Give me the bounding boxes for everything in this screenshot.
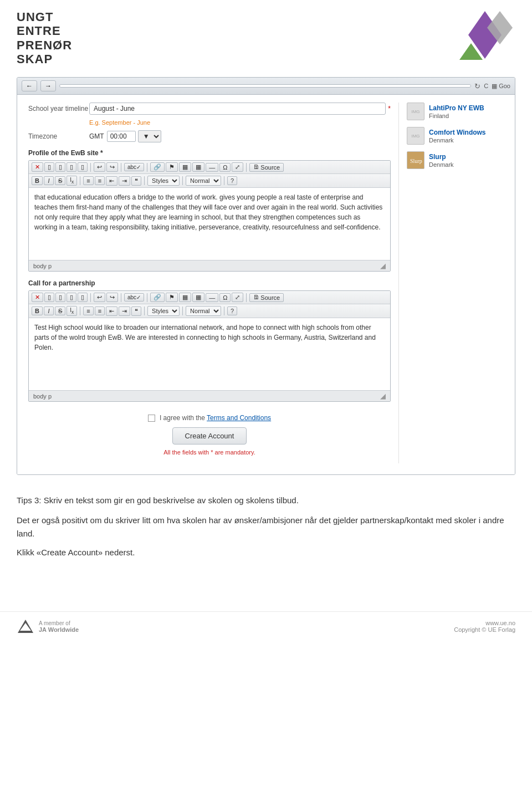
format-select-1[interactable]: Normal xyxy=(186,176,221,186)
partner-info-2: Comfort Windows Denmark xyxy=(429,127,486,144)
footer-copyright: Copyright © UE Forlag xyxy=(454,626,515,633)
strike-button-2[interactable]: S xyxy=(55,306,65,315)
terms-row: I agree with the Terms and Conditions xyxy=(148,414,271,422)
browser-icon-c: C xyxy=(484,83,488,89)
copy-button[interactable]: ▯ xyxy=(44,162,54,172)
strike-button-1[interactable]: S xyxy=(55,176,65,185)
call-content[interactable]: Test High school would like to broaden o… xyxy=(29,318,390,390)
italic-button-1[interactable]: I xyxy=(44,176,54,185)
indent-left-2[interactable]: ⇤ xyxy=(106,306,117,316)
line-button-2[interactable]: — xyxy=(206,293,218,302)
line-button[interactable]: — xyxy=(206,163,218,172)
indent-left-1[interactable]: ⇤ xyxy=(106,176,117,186)
resize-handle-1[interactable]: ◢ xyxy=(380,262,386,270)
timezone-row: Timezone GMT ▼ xyxy=(28,130,391,142)
brand-diamond-svg xyxy=(454,10,515,60)
paste-button-2[interactable]: ▯ xyxy=(55,293,65,302)
svg-text:Slurp: Slurp xyxy=(410,158,422,164)
partner-info-1: LahtiPro NY EWB Finland xyxy=(429,103,484,119)
source-button-2[interactable]: 🖺 Source xyxy=(249,293,284,302)
maximize-button-2[interactable]: ⤢ xyxy=(232,293,243,302)
link-button-2[interactable]: 🔗 xyxy=(150,293,165,302)
terms-checkbox[interactable] xyxy=(148,415,155,422)
anchor-button[interactable]: ⚑ xyxy=(166,162,178,172)
spellcheck-button-2[interactable]: abc✓ xyxy=(124,293,144,302)
spellcheck-button[interactable]: abc✓ xyxy=(124,163,144,171)
anchor-button-2[interactable]: ⚑ xyxy=(166,293,178,302)
link-button[interactable]: 🔗 xyxy=(150,162,165,172)
tips-line-2: Det er også positivt om du skriver litt … xyxy=(17,514,515,540)
ol-button-2[interactable]: ≡ xyxy=(83,306,93,315)
footer-left: A member of JA Worldwide xyxy=(17,619,79,634)
footer-ja-text: JA Worldwide xyxy=(39,626,79,633)
paste-text-button-2[interactable]: ▯ xyxy=(66,293,76,302)
mandatory-note: All the fields with * are mandatory. xyxy=(163,449,255,456)
styles-select-1[interactable]: Styles xyxy=(147,176,180,186)
partner-name-3[interactable]: Slurp xyxy=(429,153,446,161)
redo-button[interactable]: ↪ xyxy=(106,162,118,172)
bold-button-1[interactable]: B xyxy=(32,176,43,185)
special-char-button[interactable]: Ω xyxy=(219,163,231,172)
call-section-label: Call for a partnership xyxy=(28,279,391,287)
terms-link[interactable]: Terms and Conditions xyxy=(207,414,271,422)
help-button-1[interactable]: ? xyxy=(227,176,237,185)
redo-button-2[interactable]: ↪ xyxy=(106,293,118,302)
profile-section-label: Profile of the EwB site * xyxy=(28,149,391,157)
paste-word-button[interactable]: ▯ xyxy=(78,162,88,172)
format-select-2[interactable]: Normal xyxy=(186,306,221,316)
partner-info-3: Slurp Denmark xyxy=(429,151,454,168)
cut-button-2[interactable]: ✕ xyxy=(32,293,43,302)
copy-button-2[interactable]: ▯ xyxy=(44,293,54,302)
school-year-input[interactable] xyxy=(89,103,386,115)
special-char-button-2[interactable]: Ω xyxy=(219,293,231,302)
address-bar[interactable] xyxy=(59,84,471,88)
paste-text-button[interactable]: ▯ xyxy=(66,162,76,172)
table-button[interactable]: ▦ xyxy=(192,162,204,172)
ul-button-1[interactable]: ≡ xyxy=(95,176,105,185)
partner-country-3: Denmark xyxy=(429,161,454,168)
maximize-button[interactable]: ⤢ xyxy=(232,162,243,172)
tips-line-3: Klikk «Create Account» nederst. xyxy=(17,546,515,559)
styles-select-2[interactable]: Styles xyxy=(147,306,180,316)
partner-name-1[interactable]: LahtiPro NY EWB xyxy=(429,104,484,112)
source-button-1[interactable]: 🖺 Source xyxy=(249,163,284,172)
bold-button-2[interactable]: B xyxy=(32,306,43,315)
timezone-select[interactable]: ▼ xyxy=(138,130,161,142)
image-button[interactable]: ▦ xyxy=(179,162,191,172)
table-button-2[interactable]: ▦ xyxy=(192,293,204,302)
timezone-label: Timezone xyxy=(28,132,89,140)
timezone-time-input[interactable] xyxy=(107,131,136,142)
ol-button-1[interactable]: ≡ xyxy=(83,176,93,185)
create-account-button[interactable]: Create Account xyxy=(172,427,247,444)
partners-column: IMG LahtiPro NY EWB Finland IMG Comfort … xyxy=(398,103,504,463)
cut-button[interactable]: ✕ xyxy=(32,162,43,172)
blockquote-button-2[interactable]: ❝ xyxy=(131,306,141,316)
profile-content[interactable]: that educational education offers a brid… xyxy=(29,188,390,260)
indent-right-2[interactable]: ⇥ xyxy=(119,306,130,316)
undo-button-2[interactable]: ↩ xyxy=(94,293,105,302)
profile-footer: body p ◢ xyxy=(29,260,390,271)
paste-button[interactable]: ▯ xyxy=(55,162,65,172)
toolbar-sep-10 xyxy=(121,293,121,302)
footer-right: www.ue.no Copyright © UE Forlag xyxy=(454,620,515,633)
image-button-2[interactable]: ▦ xyxy=(179,293,191,302)
partner-name-2[interactable]: Comfort Windows xyxy=(429,129,486,136)
brand-icons xyxy=(454,10,515,60)
back-button[interactable]: ← xyxy=(22,80,37,91)
profile-toolbar-1: ✕ ▯ ▯ ▯ ▯ ↩ ↪ abc✓ 🔗 ⚑ ▦ ▦ — Ω xyxy=(29,161,390,174)
indent-right-1[interactable]: ⇥ xyxy=(119,176,130,186)
resize-handle-2[interactable]: ◢ xyxy=(380,392,386,400)
ul-button-2[interactable]: ≡ xyxy=(95,306,105,315)
subscript-button-2[interactable]: Ix xyxy=(66,306,77,316)
undo-button[interactable]: ↩ xyxy=(94,162,105,172)
blockquote-button-1[interactable]: ❝ xyxy=(131,176,141,186)
help-button-2[interactable]: ? xyxy=(227,306,237,315)
forward-button[interactable]: → xyxy=(40,80,56,91)
subscript-button-1[interactable]: Ix xyxy=(66,176,77,186)
italic-button-2[interactable]: I xyxy=(44,306,54,315)
source-icon-2: 🖺 xyxy=(253,294,259,300)
required-star: * xyxy=(388,105,391,113)
paste-word-button-2[interactable]: ▯ xyxy=(78,293,88,302)
partner-country-1: Finland xyxy=(429,113,484,119)
partner-item-2: IMG Comfort Windows Denmark xyxy=(407,127,504,145)
